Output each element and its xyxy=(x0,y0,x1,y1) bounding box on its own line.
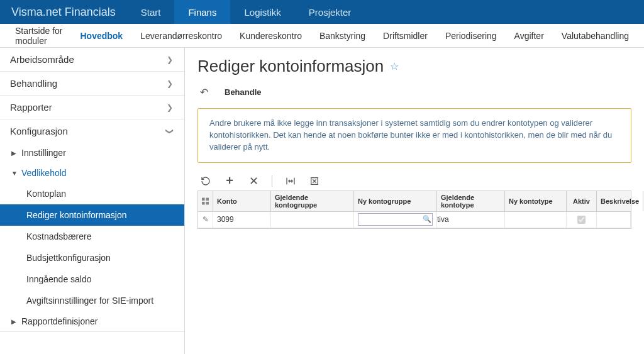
topnav-prosjekter[interactable]: Prosjekter xyxy=(295,0,365,24)
svg-rect-3 xyxy=(202,202,205,205)
svg-rect-4 xyxy=(206,202,209,205)
col-ny-kontogruppe[interactable]: Ny kontogruppe xyxy=(354,191,437,211)
sidebar-rapporter-label: Rapporter xyxy=(10,102,52,113)
sidebar-konfigurasjon[interactable]: Konfigurasjon ❯ xyxy=(0,119,184,143)
triangle-right-icon: ▶ xyxy=(11,150,18,157)
sidebar-innstillinger-label: Innstillinger xyxy=(21,148,66,158)
sidebar: Arbeidsområde ❯ Behandling ❯ Rapporter ❯… xyxy=(0,48,185,354)
topnav-start[interactable]: Start xyxy=(127,0,175,24)
cell-aktiv xyxy=(567,212,597,228)
sidebar-budsjettkonfigurasjon[interactable]: Budsjettkonfigurasjon xyxy=(0,247,184,268)
col-beskrivelse[interactable]: Beskrivelse xyxy=(597,191,643,211)
grid-header-row: Konto Gjeldende kontogruppe Ny kontogrup… xyxy=(198,191,631,212)
pencil-icon: ✎ xyxy=(203,215,209,224)
sidebar-inngaende-saldo[interactable]: Inngående saldo xyxy=(0,268,184,290)
col-gjeldende-kontotype[interactable]: Gjeldende kontotype xyxy=(437,191,505,211)
chevron-down-icon: ❯ xyxy=(165,128,174,135)
topnav-logistikk[interactable]: Logistikk xyxy=(230,0,294,24)
col-ny-kontotype[interactable]: Ny kontotype xyxy=(505,191,567,211)
subnav-hovedbok[interactable]: Hovedbok xyxy=(71,24,131,47)
subnav-startside[interactable]: Startside for moduler xyxy=(6,24,71,47)
subnav-valuta[interactable]: Valutabehandling xyxy=(553,24,638,47)
aktiv-checkbox xyxy=(577,216,586,224)
add-icon[interactable]: + xyxy=(224,175,235,187)
row-edit-indicator: ✎ xyxy=(198,212,213,228)
ny-kontogruppe-input[interactable] xyxy=(358,213,433,226)
undo-icon[interactable]: ↶ xyxy=(200,86,208,98)
subnav-kundereskontro[interactable]: Kundereskontro xyxy=(231,24,311,47)
sidebar-rapporter[interactable]: Rapporter ❯ xyxy=(0,96,184,119)
cell-ny-kontotype[interactable] xyxy=(505,212,567,228)
sidebar-kontoplan[interactable]: Kontoplan xyxy=(0,183,184,204)
refresh-icon[interactable] xyxy=(200,175,211,187)
triangle-right-icon: ▶ xyxy=(11,318,18,325)
cell-konto[interactable]: 3099 xyxy=(213,212,271,228)
col-konto[interactable]: Konto xyxy=(213,191,271,211)
col-aktiv[interactable]: Aktiv xyxy=(567,191,597,211)
cell-beskrivelse xyxy=(597,212,631,228)
delete-icon[interactable]: ✕ xyxy=(248,175,259,187)
cell-gjeldende-kontotype: tiva xyxy=(437,212,505,228)
chevron-right-icon: ❯ xyxy=(167,103,173,112)
toolbar-separator xyxy=(272,175,272,187)
sidebar-behandling[interactable]: Behandling ❯ xyxy=(0,72,184,95)
brand: Visma.net Financials xyxy=(0,0,127,24)
sidebar-vedlikehold[interactable]: ▼ Vedlikehold xyxy=(0,163,184,183)
sidebar-konfigurasjon-label: Konfigurasjon xyxy=(10,126,68,136)
triangle-down-icon: ▼ xyxy=(11,170,18,177)
sidebar-avgiftsinnstillinger-sie[interactable]: Avgiftsinnstillinger for SIE-import xyxy=(0,290,184,311)
sidebar-kostnadsbaerere[interactable]: Kostnadsbærere xyxy=(0,226,184,247)
cell-ny-kontogruppe[interactable]: 🔍 xyxy=(354,212,437,228)
subnav-avgifter[interactable]: Avgifter xyxy=(506,24,553,47)
fit-columns-icon[interactable] xyxy=(285,175,296,187)
sidebar-vedlikehold-label: Vedlikehold xyxy=(21,168,67,178)
col-gjeldende-kontogruppe[interactable]: Gjeldende kontogruppe xyxy=(271,191,354,211)
cell-gjeldende-kontotype-value: tiva xyxy=(437,215,449,224)
data-grid: Konto Gjeldende kontogruppe Ny kontogrup… xyxy=(197,191,631,229)
sub-nav: Startside for moduler Hovedbok Leverandø… xyxy=(0,24,644,48)
main-content: Rediger kontoinformasjon ☆ ↶ Behandle An… xyxy=(185,48,644,354)
sidebar-arbeidsomrade-label: Arbeidsområde xyxy=(10,54,74,65)
process-button[interactable]: Behandle xyxy=(225,87,262,97)
sidebar-rediger-kontoinformasjon[interactable]: Rediger kontoinformasjon xyxy=(0,204,184,226)
top-nav: Visma.net Financials Start Finans Logist… xyxy=(0,0,644,24)
cell-gjeldende-kontogruppe xyxy=(271,212,354,228)
chevron-right-icon: ❯ xyxy=(167,79,173,88)
grid-header-selector[interactable] xyxy=(198,191,213,211)
page-title: Rediger kontoinformasjon xyxy=(197,57,384,76)
sidebar-rapportdefinisjoner[interactable]: ▶ Rapportdefinisjoner xyxy=(0,311,184,331)
subnav-driftsmidler[interactable]: Driftsmidler xyxy=(374,24,436,47)
svg-rect-2 xyxy=(206,197,209,201)
favorite-star-icon[interactable]: ☆ xyxy=(390,60,399,72)
subnav-bankstyring[interactable]: Bankstyring xyxy=(311,24,374,47)
warning-alert: Andre brukere må ikke legge inn transaks… xyxy=(197,108,631,163)
chevron-right-icon: ❯ xyxy=(167,55,173,64)
subnav-leverandor[interactable]: Leverandørreskontro xyxy=(131,24,231,47)
sidebar-arbeidsomrade[interactable]: Arbeidsområde ❯ xyxy=(0,48,184,71)
svg-rect-1 xyxy=(202,197,205,201)
sidebar-behandling-label: Behandling xyxy=(10,78,57,89)
sidebar-rapportdefinisjoner-label: Rapportdefinisjoner xyxy=(21,316,97,326)
table-row[interactable]: ✎ 3099 🔍 tiva xyxy=(198,212,631,228)
sidebar-innstillinger[interactable]: ▶ Innstillinger xyxy=(0,143,184,163)
export-icon[interactable] xyxy=(309,175,320,187)
topnav-finans[interactable]: Finans xyxy=(174,0,230,24)
grid-toolbar: + ✕ xyxy=(197,172,631,191)
subnav-periodisering[interactable]: Periodisering xyxy=(436,24,506,47)
